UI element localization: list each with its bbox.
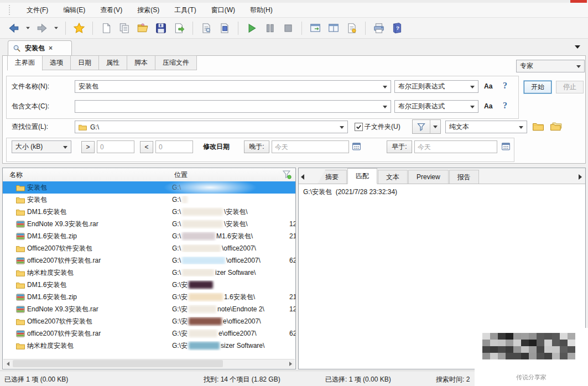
help-button[interactable]: ?: [503, 79, 507, 92]
table-row[interactable]: office2007软件安装包.rarG:\安e\office2007\62: [3, 327, 295, 340]
forward-arrow-icon[interactable]: [35, 21, 49, 35]
pause-icon[interactable]: [263, 21, 277, 35]
play-icon[interactable]: [244, 21, 259, 35]
help-button[interactable]: ?: [503, 99, 507, 112]
tab-list-dropdown-icon[interactable]: [575, 45, 580, 49]
add-folder-icon[interactable]: [550, 122, 562, 131]
form-tab-0[interactable]: 主界面: [7, 55, 43, 71]
open-folder-icon[interactable]: [136, 21, 150, 35]
table-row[interactable]: office2007软件安装包.rarG:\\office2007\62: [3, 254, 295, 267]
results-tab-1[interactable]: 匹配: [347, 168, 377, 184]
menu-item-4[interactable]: 工具(T): [172, 4, 198, 16]
scroll-right-icon[interactable]: [286, 359, 295, 368]
results-tab-2[interactable]: 文本: [378, 170, 408, 184]
stop-icon[interactable]: [281, 21, 295, 35]
before-date-button[interactable]: 早于:: [387, 140, 412, 153]
export-document-icon[interactable]: [172, 21, 186, 35]
window-split-icon[interactable]: [326, 21, 341, 35]
filter-split-button[interactable]: [412, 119, 441, 134]
results-tab-4[interactable]: 报告: [449, 170, 479, 184]
match-case-button[interactable]: Aa: [484, 80, 492, 93]
tabs-scroll-left-icon[interactable]: [299, 170, 306, 184]
before-date-input[interactable]: [414, 140, 497, 153]
document-settings-icon[interactable]: [217, 21, 232, 35]
file-name: office2007软件安装包.rar: [27, 329, 172, 338]
form-tab-5[interactable]: 压缩文件: [155, 55, 197, 70]
column-header-name[interactable]: 名称: [9, 170, 23, 180]
menu-item-6[interactable]: 帮助(H): [248, 4, 275, 16]
table-row[interactable]: DM1.6安装包.zipG:\安1.6安装包\21: [3, 291, 295, 303]
tab-close-icon[interactable]: ×: [49, 44, 53, 52]
stop-button[interactable]: 停止: [556, 81, 584, 93]
size-min-input[interactable]: [97, 140, 134, 153]
help-book-icon[interactable]: ?: [390, 21, 404, 35]
file-name-input[interactable]: 安装包: [75, 80, 391, 93]
table-row[interactable]: 纳米粒度安装包G:\izer Software\: [3, 267, 295, 279]
browse-folder-icon[interactable]: [533, 122, 544, 131]
containing-text-expression-select[interactable]: 布尔正则表达式: [394, 100, 478, 113]
greater-than-button[interactable]: >: [81, 141, 95, 153]
size-criteria-select[interactable]: 大小 (kB): [12, 140, 71, 153]
calendar-icon[interactable]: [352, 142, 361, 151]
print-icon[interactable]: [372, 21, 386, 35]
menu-item-2[interactable]: 查看(V): [98, 4, 124, 16]
containing-text-input[interactable]: [75, 100, 391, 113]
search-tab[interactable]: 安装包 ×: [8, 40, 72, 55]
size-max-input[interactable]: [155, 140, 193, 153]
menu-item-3[interactable]: 搜索(S): [135, 4, 162, 16]
look-in-input[interactable]: G:\: [75, 121, 348, 133]
file-location: G:\: [172, 196, 289, 204]
status-selection-left: 已选择 1 项 (0.00 KB): [4, 375, 68, 384]
menu-item-5[interactable]: 窗口(W): [209, 4, 237, 16]
header-funnel-icon[interactable]: [282, 170, 292, 179]
expression-type-value: 布尔正则表达式: [398, 102, 445, 111]
less-than-button[interactable]: <: [140, 141, 153, 153]
form-tab-2[interactable]: 日期: [71, 55, 99, 70]
scrollbar-thumb[interactable]: [13, 360, 223, 367]
horizontal-scrollbar[interactable]: [3, 359, 295, 368]
document-preview-icon[interactable]: [199, 21, 214, 35]
results-tab-3[interactable]: Preview: [408, 170, 449, 184]
scroll-left-icon[interactable]: [3, 359, 12, 368]
file-name-expression-select[interactable]: 布尔正则表达式: [394, 80, 478, 93]
tabs-scroll-right-icon[interactable]: [576, 170, 584, 184]
menu-item-0[interactable]: 文件(F): [24, 4, 50, 16]
form-tab-4[interactable]: 脚本: [127, 55, 155, 70]
start-button[interactable]: 开始: [524, 81, 551, 93]
table-row[interactable]: Office2007软件安装包G:\安e\office2007\: [3, 315, 295, 327]
dropdown-caret-icon[interactable]: [53, 21, 59, 35]
filter-dropdown-caret[interactable]: [433, 126, 438, 128]
calendar-icon[interactable]: [501, 142, 511, 151]
form-tab-3[interactable]: 属性: [99, 55, 127, 70]
subfolders-checkbox[interactable]: [355, 123, 363, 131]
save-icon[interactable]: [154, 21, 168, 35]
table-row[interactable]: DM1.6安装包G:\安: [3, 279, 295, 291]
results-tab-0[interactable]: 摘要: [318, 170, 347, 184]
column-header-location[interactable]: 位置: [174, 170, 188, 180]
table-row[interactable]: 纳米粒度安装包G:\安sizer Software\: [3, 340, 295, 352]
table-row[interactable]: 安装包G:\: [3, 194, 295, 206]
after-date-input[interactable]: [272, 140, 349, 153]
dropdown-caret-icon[interactable]: [25, 21, 31, 35]
after-date-button[interactable]: 晚于:: [244, 140, 269, 153]
file-location: G:\M1.6安装包\: [172, 232, 289, 241]
report-document-icon[interactable]: [345, 21, 359, 35]
window-layout-icon[interactable]: [308, 21, 322, 35]
table-row[interactable]: EndNote X9.3安装包.rarG:\\安装包\12: [3, 218, 295, 230]
new-search-document-icon[interactable]: [99, 21, 113, 35]
back-arrow-icon[interactable]: [7, 21, 21, 35]
table-row[interactable]: EndNote X9.3安装包.rarG:\安note\Endnote 2\12: [3, 303, 295, 315]
expert-mode-select[interactable]: 专家: [516, 60, 585, 72]
table-row[interactable]: DM1.6安装包.zipG:\M1.6安装包\21: [3, 230, 295, 242]
table-row[interactable]: Office2007软件安装包G:\\office2007\: [3, 242, 295, 254]
file-name: DM1.6安装包: [27, 280, 172, 290]
table-row[interactable]: DM1.6安装包G:\\安装包\: [3, 206, 295, 218]
folder-icon: [16, 245, 26, 252]
copy-document-icon[interactable]: [117, 21, 132, 35]
content-type-select[interactable]: 纯文本: [445, 121, 527, 133]
table-row[interactable]: 安装包G:\: [3, 181, 295, 194]
favorites-star-icon[interactable]: [72, 21, 86, 35]
form-tab-1[interactable]: 选项: [43, 55, 71, 70]
match-case-button[interactable]: Aa: [484, 100, 492, 113]
menu-item-1[interactable]: 编辑(E): [61, 4, 87, 16]
